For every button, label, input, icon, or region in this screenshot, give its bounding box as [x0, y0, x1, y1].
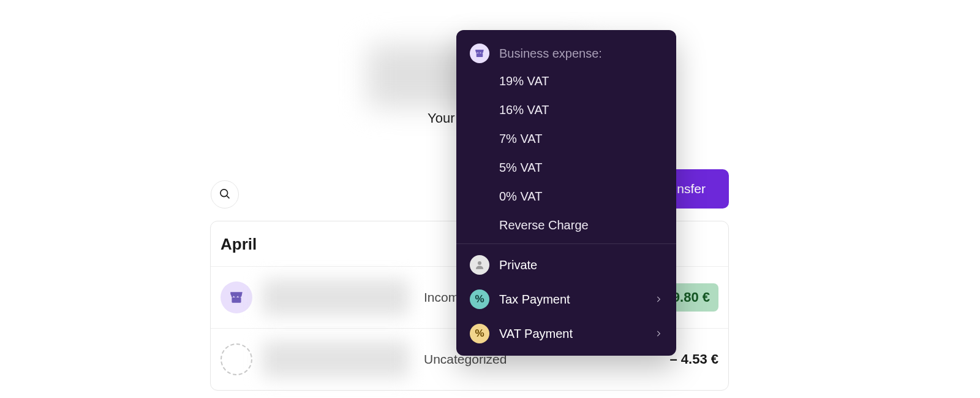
- vat-payment-label: VAT Payment: [499, 327, 573, 341]
- business-expense-label: Business expense:: [499, 47, 602, 61]
- svg-rect-3: [477, 53, 483, 57]
- user-icon: [470, 255, 489, 275]
- business-expense-header: Business expense:: [456, 39, 676, 67]
- store-icon: [470, 44, 489, 63]
- category-vat-payment[interactable]: % VAT Payment: [456, 316, 676, 351]
- popup-divider: [456, 243, 676, 244]
- percent-icon: %: [470, 289, 489, 309]
- category-tax-payment[interactable]: % Tax Payment: [456, 282, 676, 316]
- percent-icon: %: [470, 324, 489, 343]
- svg-point-0: [221, 189, 228, 196]
- merchant-name-blurred: [262, 279, 409, 316]
- store-icon: [221, 281, 252, 313]
- vat-option-5[interactable]: 5% VAT: [456, 153, 676, 182]
- svg-rect-2: [232, 297, 241, 303]
- search-button[interactable]: [211, 180, 239, 209]
- chevron-right-icon: [654, 327, 663, 341]
- category-private[interactable]: Private: [456, 248, 676, 282]
- tax-payment-label: Tax Payment: [499, 293, 570, 307]
- vat-option-19[interactable]: 19% VAT: [456, 67, 676, 96]
- chevron-right-icon: [654, 293, 663, 307]
- uncategorized-icon: [221, 343, 252, 375]
- private-label: Private: [499, 258, 537, 272]
- vat-option-7[interactable]: 7% VAT: [456, 124, 676, 153]
- transaction-amount: – 4.53 €: [669, 351, 718, 367]
- svg-line-1: [227, 196, 229, 198]
- merchant-name-blurred: [262, 341, 409, 378]
- balance-subtitle: Your: [428, 110, 454, 126]
- search-icon: [219, 188, 231, 202]
- vat-option-16[interactable]: 16% VAT: [456, 96, 676, 124]
- transfer-button-label: nsfer: [677, 182, 706, 196]
- category-popup: Business expense: 19% VAT 16% VAT 7% VAT…: [456, 30, 676, 356]
- svg-point-4: [478, 261, 481, 265]
- vat-option-reverse-charge[interactable]: Reverse Charge: [456, 211, 676, 240]
- vat-option-0[interactable]: 0% VAT: [456, 182, 676, 211]
